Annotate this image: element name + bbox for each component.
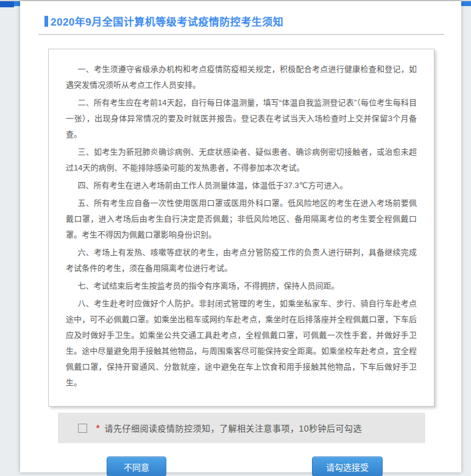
notice-paragraph: 四、所有考生在进入考场前由工作人员测量体温，体温低于37.3℃方可进入。: [66, 178, 417, 194]
agree-label: 请先仔细阅读疫情防控须知，了解相关注意事项，10秒钟后可勾选: [104, 422, 362, 434]
notice-box: 一、考生须遵守省级承办机构和考点疫情防疫相关规定，积极配合考点进行健康检查和登记…: [48, 49, 434, 407]
title-accent-block-icon: [44, 16, 48, 27]
notice-paragraph: 五、所有考生应自备一次性使用医用口罩或医用外科口罩。低风险地区的考生在进入考场前…: [66, 195, 417, 243]
disagree-button[interactable]: 不同意: [107, 457, 166, 476]
notice-paragraph: 六、考场上有发热、咳嗽等症状的考生，由考点分管防疫工作的负责人进行研判，具备继续…: [66, 245, 417, 276]
notice-paragraph: 八、考生赴考时应做好个人防护。非封闭式管理的考生，如乘坐私家车、步行、骑自行车赴…: [66, 296, 417, 391]
page-title: 2020年9月全国计算机等级考试疫情防控考生须知: [51, 13, 283, 29]
notice-paragraph: 二、所有考生应在考前14天起，自行每日体温测量，填写“体温自我监测登记表”（每位…: [66, 95, 417, 142]
notice-paragraph: 三、如考生为新冠肺炎确诊病例、无症状感染者、疑似患者、确诊病例密切接触者，或治愈…: [66, 144, 417, 176]
required-asterisk: *: [96, 423, 99, 433]
agree-bar: * 请先仔细阅读疫情防控须知，了解相关注意事项，10秒钟后可勾选: [58, 413, 425, 443]
button-row: 不同意 请勾选接受: [20, 457, 461, 476]
accept-button[interactable]: 请勾选接受: [312, 457, 383, 476]
notice-paragraph: 七、考试结束后考生按监考员的指令有序离场，不得拥挤，保持人员间距。: [66, 278, 417, 294]
title-divider: [38, 34, 444, 35]
main-card: 2020年9月全国计算机等级考试疫情防控考生须知 一、考生须遵守省级承办机构和考…: [20, 1, 461, 472]
top-accent-bar-dark-segment: [0, 1, 14, 7]
agree-checkbox[interactable]: [78, 424, 87, 433]
notice-paragraph: 一、考生须遵守省级承办机构和考点疫情防疫相关规定，积极配合考点进行健康检查和登记…: [66, 61, 417, 93]
page-header: 2020年9月全国计算机等级考试疫情防控考生须知: [20, 1, 461, 29]
